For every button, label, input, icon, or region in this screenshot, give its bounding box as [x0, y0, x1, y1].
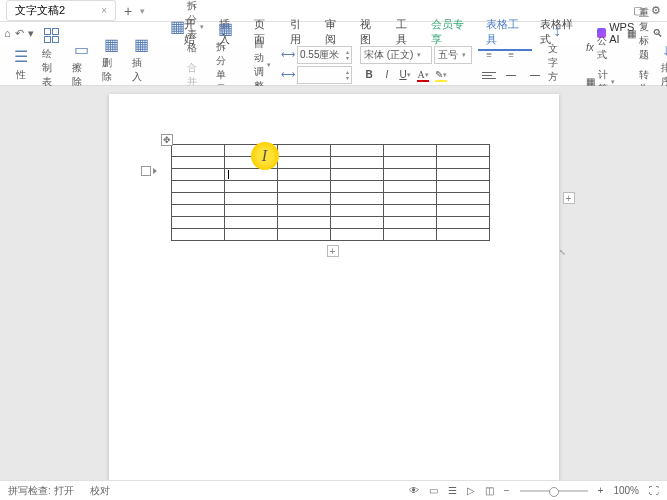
table-cell[interactable]	[383, 145, 436, 157]
table-cell[interactable]	[277, 157, 330, 169]
table-cell[interactable]	[277, 181, 330, 193]
table-cell[interactable]	[436, 193, 489, 205]
italic-button[interactable]: I	[378, 66, 396, 84]
table-cell[interactable]	[171, 169, 224, 181]
table-cell[interactable]	[224, 169, 277, 181]
proof-status[interactable]: 校对	[90, 484, 110, 498]
document-page[interactable]: ✥ I + +	[109, 94, 559, 480]
document-table[interactable]	[171, 144, 490, 241]
document-tab[interactable]: 文字文稿2 ×	[6, 0, 116, 21]
properties-button[interactable]: ☰性	[6, 46, 36, 84]
table-cell[interactable]	[277, 205, 330, 217]
table-cell[interactable]	[171, 217, 224, 229]
table-cell[interactable]	[171, 145, 224, 157]
sort-icon: ↓↑	[661, 41, 667, 59]
row-height-input[interactable]: 0.55厘米▴▾	[297, 46, 352, 64]
table-cell[interactable]	[383, 205, 436, 217]
valign-icon[interactable]: ≡	[480, 45, 498, 63]
add-row-button[interactable]: +	[327, 245, 339, 257]
zoom-in-button[interactable]: +	[598, 485, 604, 496]
align-center-button[interactable]	[502, 66, 520, 84]
table-cell[interactable]	[277, 145, 330, 157]
table-cell[interactable]	[224, 193, 277, 205]
table-cell[interactable]	[330, 217, 383, 229]
table-cell[interactable]	[436, 217, 489, 229]
table-cell[interactable]	[171, 205, 224, 217]
zoom-level[interactable]: 100%	[613, 485, 639, 496]
highlight-button[interactable]: ✎▾	[432, 66, 450, 84]
document-canvas[interactable]: ✥ I + +	[0, 86, 667, 480]
table-cell[interactable]	[330, 181, 383, 193]
table-cell[interactable]	[277, 217, 330, 229]
bold-button[interactable]: B	[360, 66, 378, 84]
spell-check-status[interactable]: 拼写检查: 打开	[8, 484, 74, 498]
reading-icon[interactable]: ▷	[467, 485, 475, 496]
table-cell[interactable]	[383, 157, 436, 169]
align-right-button[interactable]	[524, 66, 542, 84]
table-cell[interactable]	[383, 169, 436, 181]
table-cell[interactable]	[171, 181, 224, 193]
font-size-select[interactable]: 五号▾	[434, 46, 472, 64]
table-cell[interactable]	[330, 157, 383, 169]
undo-icon[interactable]: ↶	[15, 27, 24, 40]
font-color-button[interactable]: A▾	[414, 66, 432, 84]
table-cell[interactable]	[330, 169, 383, 181]
redo-icon[interactable]: ▾	[28, 27, 34, 40]
align-left-button[interactable]	[480, 66, 498, 84]
home-icon[interactable]: ⌂	[4, 27, 11, 40]
table-cell[interactable]	[436, 181, 489, 193]
draw-table-icon	[42, 27, 60, 45]
add-column-button[interactable]: +	[563, 192, 575, 204]
font-name-select[interactable]: 宋体 (正文)▾	[360, 46, 432, 64]
table-cell[interactable]	[436, 229, 489, 241]
table-cell[interactable]	[383, 181, 436, 193]
table-cell[interactable]	[277, 169, 330, 181]
table-cell[interactable]	[383, 193, 436, 205]
view-icon[interactable]: 👁	[409, 485, 419, 496]
table-resize-handle[interactable]	[559, 241, 567, 249]
split-table-button[interactable]: ▦拆分表格▾	[164, 0, 210, 57]
table-cell[interactable]	[330, 193, 383, 205]
table-cell[interactable]	[436, 205, 489, 217]
table-cell[interactable]	[224, 205, 277, 217]
halign-icon[interactable]: ≡	[502, 45, 520, 63]
sort-button[interactable]: ↓↑排序	[655, 39, 667, 91]
table-cell[interactable]	[171, 193, 224, 205]
fullscreen-icon[interactable]: ⛶	[649, 485, 659, 496]
outline-icon[interactable]: ☰	[448, 485, 457, 496]
table-cell[interactable]	[224, 181, 277, 193]
table-cell[interactable]	[383, 217, 436, 229]
table-cell[interactable]	[171, 157, 224, 169]
table-cell[interactable]	[436, 169, 489, 181]
zoom-slider[interactable]	[520, 490, 588, 492]
print-layout-icon[interactable]: ▭	[429, 485, 438, 496]
table-cell[interactable]	[330, 229, 383, 241]
row-select-handle[interactable]	[141, 166, 157, 176]
table-cell[interactable]	[277, 193, 330, 205]
table-cell[interactable]	[224, 145, 277, 157]
table-cell[interactable]	[330, 205, 383, 217]
insert-icon: ▦	[132, 36, 150, 54]
table-cell[interactable]	[224, 157, 277, 169]
new-tab-button[interactable]: +	[124, 3, 132, 19]
delete-icon: ▦	[102, 36, 120, 54]
underline-button[interactable]: U▾	[396, 66, 414, 84]
repeat-header-button[interactable]: ▦重复标题	[621, 4, 655, 64]
table-cell[interactable]	[436, 157, 489, 169]
row-height-icon: ⟷	[281, 49, 295, 60]
table-cell[interactable]	[330, 145, 383, 157]
tab-menu-button[interactable]: ▾	[140, 6, 145, 16]
erase-button[interactable]: ▭擦除	[66, 39, 96, 91]
table-cell[interactable]	[224, 217, 277, 229]
table-cell[interactable]	[383, 229, 436, 241]
table-cell[interactable]	[436, 145, 489, 157]
table-cell[interactable]	[224, 229, 277, 241]
close-tab-icon[interactable]: ×	[101, 5, 107, 16]
zoom-out-button[interactable]: −	[504, 485, 510, 496]
web-layout-icon[interactable]: ◫	[485, 485, 494, 496]
table-cell[interactable]	[171, 229, 224, 241]
formula-button[interactable]: fx公式	[580, 32, 621, 64]
col-width-input[interactable]: ▴▾	[297, 66, 352, 84]
table-cell[interactable]	[277, 229, 330, 241]
repeat-header-icon: ▦	[627, 28, 636, 39]
